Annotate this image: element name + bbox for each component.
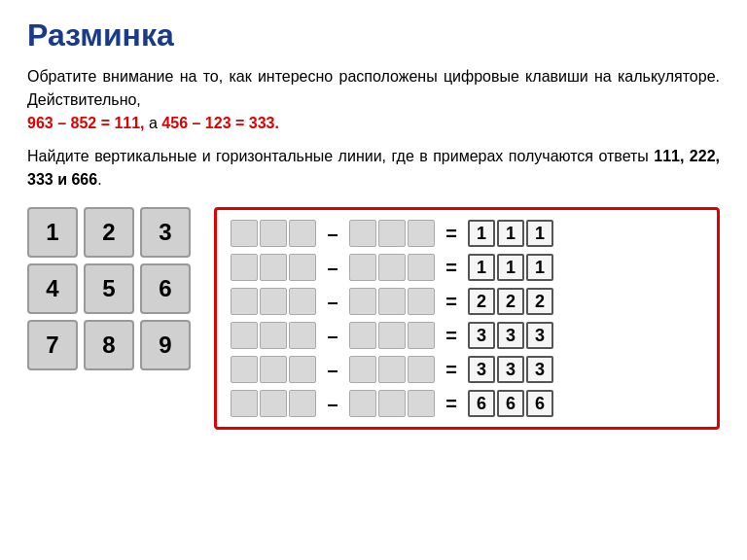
minus-operator-3: – — [324, 325, 341, 347]
left-box-4-1 — [260, 356, 287, 383]
left-box-2-1 — [260, 288, 287, 315]
paragraph1-block: Обратите внимание на то, как интересно р… — [27, 65, 720, 135]
left-box-4-2 — [289, 356, 316, 383]
result-digit-3-2: 3 — [526, 322, 553, 349]
result-digit-3-0: 3 — [468, 322, 495, 349]
result-digit-1-0: 1 — [468, 254, 495, 281]
numpad-cell-5: 5 — [84, 263, 134, 314]
left-box-3-1 — [260, 322, 287, 349]
right-box-4-0 — [349, 356, 376, 383]
numpad-cell-7: 7 — [27, 320, 78, 370]
right-box-4-2 — [408, 356, 435, 383]
numpad-cell-8: 8 — [84, 320, 134, 370]
result-digit-2-1: 2 — [497, 288, 524, 315]
right-boxes-3 — [349, 322, 435, 349]
numpad-cell-3: 3 — [140, 207, 191, 258]
minus-operator-2: – — [324, 291, 341, 313]
right-box-3-2 — [408, 322, 435, 349]
left-box-0-1 — [260, 220, 287, 247]
equation-row-4: –=333 — [231, 356, 703, 383]
result-digit-5-2: 6 — [526, 390, 553, 417]
formula1-text: 963 – 852 = 111, — [27, 115, 145, 131]
main-area: 123456789 –=111–=111–=222–=333–=333–=666 — [27, 207, 720, 430]
left-box-2-2 — [289, 288, 316, 315]
right-boxes-2 — [349, 288, 435, 315]
left-box-1-1 — [260, 254, 287, 281]
right-box-2-0 — [349, 288, 376, 315]
equals-operator-0: = — [443, 223, 460, 245]
minus-operator-5: – — [324, 393, 341, 415]
left-boxes-2 — [231, 288, 316, 315]
numpad-cell-9: 9 — [140, 320, 191, 370]
result-digit-5-0: 6 — [468, 390, 495, 417]
right-box-2-1 — [378, 288, 406, 315]
paragraph1-text: Обратите внимание на то, как интересно р… — [27, 68, 720, 108]
result-digit-1-1: 1 — [497, 254, 524, 281]
right-box-5-1 — [378, 390, 406, 417]
equals-operator-3: = — [443, 325, 460, 347]
numpad-cell-2: 2 — [84, 207, 134, 258]
right-box-1-1 — [378, 254, 406, 281]
left-box-0-0 — [231, 220, 258, 247]
result-digit-2-2: 2 — [526, 288, 553, 315]
result-digit-2-0: 2 — [468, 288, 495, 315]
result-digit-0-1: 1 — [497, 220, 524, 247]
result-digit-4-1: 3 — [497, 356, 524, 383]
result-digit-1-2: 1 — [526, 254, 553, 281]
result-digit-5-1: 6 — [497, 390, 524, 417]
equation-row-0: –=111 — [231, 220, 703, 247]
equation-row-5: –=666 — [231, 390, 703, 417]
right-box-3-1 — [378, 322, 406, 349]
page-title: Разминка — [27, 18, 720, 53]
result-digit-0-0: 1 — [468, 220, 495, 247]
equals-operator-5: = — [443, 393, 460, 415]
right-box-5-0 — [349, 390, 376, 417]
result-digit-0-2: 1 — [526, 220, 553, 247]
result-boxes-4: 333 — [468, 356, 553, 383]
minus-operator-4: – — [324, 359, 341, 381]
left-box-1-2 — [289, 254, 316, 281]
left-box-5-0 — [231, 390, 258, 417]
result-boxes-2: 222 — [468, 288, 553, 315]
formula2-text: 456 – 123 = 333. — [161, 115, 279, 131]
right-box-0-1 — [378, 220, 406, 247]
result-boxes-1: 111 — [468, 254, 553, 281]
left-box-5-2 — [289, 390, 316, 417]
numpad-grid: 123456789 — [27, 207, 191, 370]
left-boxes-1 — [231, 254, 316, 281]
equation-row-3: –=333 — [231, 322, 703, 349]
left-boxes-0 — [231, 220, 316, 247]
right-boxes-0 — [349, 220, 435, 247]
right-boxes-4 — [349, 356, 435, 383]
right-box-5-2 — [408, 390, 435, 417]
left-box-4-0 — [231, 356, 258, 383]
left-boxes-3 — [231, 322, 316, 349]
numpad-cell-4: 4 — [27, 263, 78, 314]
connector-text: а — [149, 115, 161, 131]
result-boxes-0: 111 — [468, 220, 553, 247]
numpad-cell-1: 1 — [27, 207, 78, 258]
right-box-0-0 — [349, 220, 376, 247]
equation-row-1: –=111 — [231, 254, 703, 281]
result-digit-4-2: 3 — [526, 356, 553, 383]
right-box-3-0 — [349, 322, 376, 349]
left-box-3-0 — [231, 322, 258, 349]
equals-operator-2: = — [443, 291, 460, 313]
equation-row-2: –=222 — [231, 288, 703, 315]
right-box-1-2 — [408, 254, 435, 281]
minus-operator-0: – — [324, 223, 341, 245]
equals-operator-1: = — [443, 257, 460, 279]
result-boxes-5: 666 — [468, 390, 553, 417]
right-box-0-2 — [408, 220, 435, 247]
right-box-1-0 — [349, 254, 376, 281]
left-box-5-1 — [260, 390, 287, 417]
left-boxes-4 — [231, 356, 316, 383]
result-boxes-3: 333 — [468, 322, 553, 349]
right-boxes-1 — [349, 254, 435, 281]
left-box-0-2 — [289, 220, 316, 247]
left-box-1-0 — [231, 254, 258, 281]
paragraph2-block: Найдите вертикальные и горизонтальные ли… — [27, 145, 720, 192]
left-boxes-5 — [231, 390, 316, 417]
right-box-4-1 — [378, 356, 406, 383]
right-boxes-5 — [349, 390, 435, 417]
